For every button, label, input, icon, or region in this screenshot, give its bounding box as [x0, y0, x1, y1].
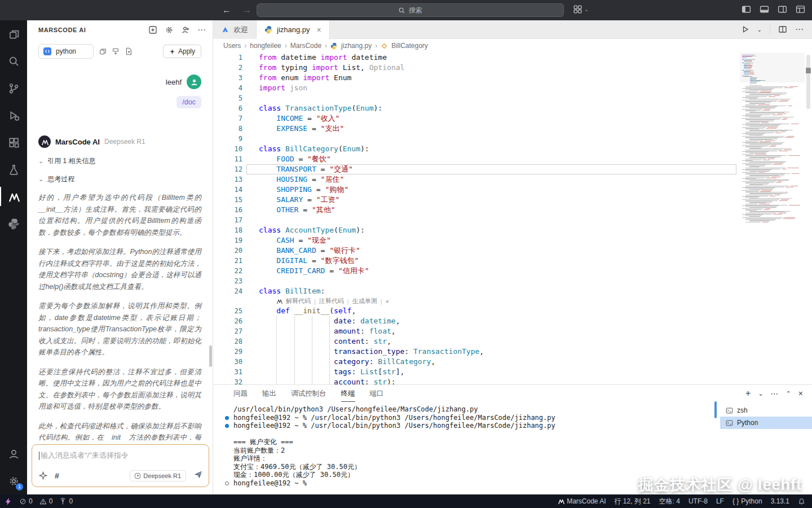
editor-more-button[interactable]: ⋯: [795, 27, 804, 32]
context-hash-button[interactable]: #: [55, 471, 59, 480]
snippet-copy-button[interactable]: [99, 47, 107, 55]
activity-search-button[interactable]: [0, 47, 27, 75]
thinking-toggle[interactable]: ⌄ 思考过程: [38, 174, 201, 184]
breadcrumb-item[interactable]: BillCategory: [391, 42, 428, 50]
activity-python-button[interactable]: [0, 210, 27, 237]
toggle-sidebar-right-button[interactable]: [778, 5, 787, 14]
problems-warnings[interactable]: 0: [39, 497, 53, 505]
inline-action[interactable]: 注释代码: [319, 297, 344, 305]
problems-errors[interactable]: 0: [19, 497, 33, 505]
code-line[interactable]: 19 CASH = "现金": [213, 235, 738, 246]
code-line[interactable]: 13 HOUSING = "居住": [213, 174, 738, 185]
code-line[interactable]: 3from enum import Enum: [213, 73, 738, 83]
activity-explorer-button[interactable]: [0, 20, 27, 47]
inline-ai-actions[interactable]: 解释代码|注释代码|生成单测|×: [276, 296, 738, 306]
code-line[interactable]: 16 OTHER = "其他": [213, 205, 738, 215]
reference-toggle[interactable]: ⌄ 引用 1 相关信息: [38, 156, 201, 166]
send-button[interactable]: [193, 470, 203, 481]
code-line[interactable]: 21 DIGITAL = "数字钱包": [213, 256, 738, 266]
minimap[interactable]: [740, 52, 805, 384]
snippet-insert-button[interactable]: [112, 47, 120, 55]
marscode-status-item[interactable]: MarsCode AI: [558, 497, 606, 505]
activity-marscode-ai-button[interactable]: [0, 183, 27, 210]
python-version[interactable]: 3.13.1: [771, 497, 789, 505]
inline-actions-close[interactable]: ×: [386, 298, 389, 305]
code-line[interactable]: 17: [213, 215, 738, 225]
panel-close-button[interactable]: ×: [798, 389, 803, 398]
panel-more-button[interactable]: ⋯: [771, 389, 779, 398]
chat-input-box[interactable]: 输入消息或者"/"来选择指令 # Deepseek R1: [32, 444, 209, 487]
code-line[interactable]: 25 def __init__(self,: [213, 306, 738, 316]
settings-button[interactable]: 1: [0, 467, 27, 494]
code-line[interactable]: 12 TRANSPORT = "交通": [213, 164, 738, 174]
apply-button[interactable]: Apply: [163, 45, 201, 58]
new-terminal-button[interactable]: +: [745, 388, 751, 398]
cursor-position[interactable]: 行 12, 列 21: [615, 497, 651, 506]
code-line[interactable]: 5: [213, 93, 738, 103]
code-line[interactable]: 1from datetime import datetime: [213, 52, 738, 63]
activity-extensions-button[interactable]: [0, 129, 27, 156]
code-line[interactable]: 15 SALARY = "工资": [213, 195, 738, 205]
code-line[interactable]: 29 transaction_type: TransactionType,: [213, 347, 738, 357]
code-line[interactable]: 4import json: [213, 83, 738, 93]
panel-tab-端口[interactable]: 端口: [370, 385, 384, 402]
snippet-new-file-button[interactable]: [125, 47, 133, 55]
tab-close-button[interactable]: ×: [317, 25, 321, 34]
code-line[interactable]: 31 tags: List[str],: [213, 367, 738, 377]
code-editor[interactable]: 1from datetime import datetime2from typi…: [213, 52, 812, 384]
code-line[interactable]: 26 date: datetime,: [213, 316, 738, 326]
account-button[interactable]: [0, 440, 27, 467]
history-forward-button[interactable]: →: [242, 5, 251, 15]
layout-customize-button[interactable]: ⌄: [573, 5, 589, 14]
model-selector-chip[interactable]: Deepseek R1: [130, 470, 186, 481]
editor-tab-欢迎[interactable]: 欢迎: [213, 20, 257, 39]
code-line[interactable]: 7 INCOME = "收入": [213, 113, 738, 124]
editor-tab-jizhang.py[interactable]: jizhang.py×: [257, 20, 330, 39]
inline-action[interactable]: 生成单测: [352, 297, 377, 305]
code-line[interactable]: 8 EXPENSE = "支出": [213, 124, 738, 134]
eol-setting[interactable]: LF: [716, 497, 724, 505]
terminal-session-zsh[interactable]: zsh: [720, 404, 812, 417]
breadcrumb-item[interactable]: Users: [223, 42, 241, 50]
code-line[interactable]: 20 BANK_CARD = "银行卡": [213, 246, 738, 256]
inline-action[interactable]: 解释代码: [286, 297, 311, 305]
breadcrumb-item[interactable]: jizhang.py: [341, 42, 372, 50]
run-file-button[interactable]: [740, 25, 749, 34]
code-line[interactable]: 30 category: BillCategory,: [213, 357, 738, 367]
code-line[interactable]: 10class BillCategory(Enum):: [213, 144, 738, 154]
activity-testing-button[interactable]: [0, 156, 27, 183]
history-back-button[interactable]: ←: [222, 5, 231, 15]
ports-indicator[interactable]: 0: [59, 497, 73, 505]
code-line[interactable]: 22 CREDIT_CARD = "信用卡": [213, 266, 738, 276]
snippet-language-chip[interactable]: python: [38, 44, 94, 59]
panel-tab-问题[interactable]: 问题: [233, 385, 248, 402]
terminal-sessions-scrollbar[interactable]: [714, 401, 717, 418]
notifications-button[interactable]: [798, 498, 805, 505]
user-avatar[interactable]: [187, 75, 201, 89]
sidebar-more-button[interactable]: ⋯: [197, 27, 206, 33]
new-chat-button[interactable]: [148, 25, 157, 34]
encoding-setting[interactable]: UTF-8: [689, 497, 708, 505]
panel-tab-调试控制台[interactable]: 调试控制台: [291, 385, 326, 402]
code-line[interactable]: 11 FOOD = "餐饮": [213, 154, 738, 164]
activity-source-control-button[interactable]: [0, 75, 27, 102]
breadcrumb[interactable]: Users›hongfeilee›MarsCode›jizhang.py›Bil…: [213, 39, 812, 52]
global-search-input[interactable]: 搜索: [257, 3, 564, 17]
code-line[interactable]: 23: [213, 276, 738, 286]
code-line[interactable]: 32 account: str):: [213, 377, 738, 384]
panel-maximize-button[interactable]: ⌃: [786, 390, 791, 397]
skills-sparkle-button[interactable]: [39, 471, 47, 480]
toggle-sidebar-left-button[interactable]: [742, 5, 751, 14]
code-line[interactable]: 24class BillItem:: [213, 286, 738, 296]
split-editor-button[interactable]: [778, 25, 787, 34]
scrollbar-thumb[interactable]: [806, 55, 810, 109]
code-line[interactable]: 27 amount: float,: [213, 326, 738, 336]
toggle-panel-button[interactable]: [760, 5, 769, 14]
language-mode[interactable]: { } Python: [732, 497, 762, 505]
code-line[interactable]: 14 SHOPPING = "购物": [213, 185, 738, 195]
code-line[interactable]: 2from typing import List, Optional: [213, 63, 738, 73]
editor-scrollbar[interactable]: [805, 52, 812, 384]
code-line[interactable]: 9: [213, 134, 738, 144]
panel-tab-终端[interactable]: 终端: [341, 385, 355, 402]
chat-scroll-area[interactable]: python Apply leehf /doc: [27, 40, 213, 440]
